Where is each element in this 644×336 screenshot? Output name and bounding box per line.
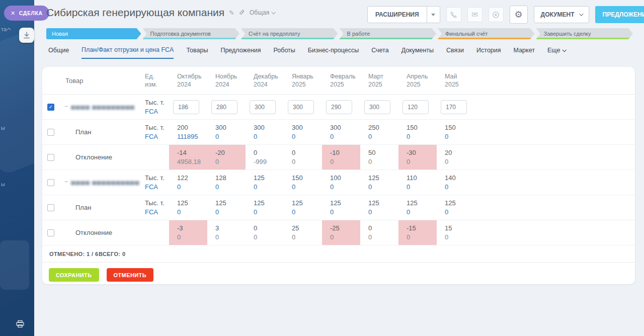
value-cell-month-7: -150	[398, 220, 437, 245]
value-bottom[interactable]: 0	[215, 132, 246, 141]
tab-label: Бизнес-процессы	[308, 47, 359, 54]
value-cell-month-3: 1250	[246, 170, 284, 195]
tab-4[interactable]: Предложения	[220, 46, 261, 59]
row-checkbox[interactable]	[47, 204, 54, 211]
tab-8[interactable]: Документы	[401, 46, 434, 59]
product-row: −▅▅▅▅ ▅▅▅▅▅▅▅▅▅▅Тыс. т.FCA12201280125015…	[42, 170, 635, 195]
collapse-row-icon[interactable]: −	[64, 178, 68, 185]
pipeline-stage-2[interactable]: Подготовка документов	[143, 28, 240, 39]
collapse-panel-icon	[23, 32, 30, 39]
tab-2[interactable]: План/Факт отгрузки и цена FCA	[82, 46, 174, 59]
value-bottom[interactable]: 0	[407, 208, 437, 217]
column-header-product: Товар	[65, 77, 83, 85]
value-cell-month-6: 2500	[360, 120, 398, 144]
fact-input-month-1[interactable]	[173, 100, 199, 114]
product-name-blurred[interactable]: ▅▅▅▅ ▅▅▅▅▅▅▅▅▅▅	[71, 179, 140, 185]
value-bottom: 0	[445, 233, 475, 242]
document-button[interactable]: ДОКУМЕНТ	[534, 6, 589, 23]
value-bottom[interactable]: 0	[330, 132, 360, 141]
tab-6[interactable]: Бизнес-процессы	[308, 46, 359, 59]
value-bottom[interactable]: 0	[177, 208, 207, 217]
value-bottom[interactable]: 0	[445, 208, 475, 217]
value-bottom[interactable]: 0	[407, 183, 437, 192]
value-cell-month-4: 00	[284, 145, 322, 170]
deviation-row: Отклонение-144958.18-2000-99900-100500-3…	[42, 145, 635, 170]
tab-7[interactable]: Счета	[371, 46, 388, 59]
incoterm-link[interactable]: FCA	[145, 208, 165, 217]
fact-input-month-5[interactable]	[326, 100, 352, 114]
extensions-dropdown-button[interactable]	[427, 7, 440, 23]
value-bottom[interactable]: 0	[215, 208, 246, 217]
collapse-row-icon[interactable]: −	[64, 103, 68, 110]
incoterm-link[interactable]: FCA	[145, 132, 165, 141]
settings-button[interactable]: ⚙	[510, 6, 528, 24]
messenger-button[interactable]	[489, 7, 504, 22]
email-button[interactable]: ✉	[467, 7, 482, 22]
value-bottom[interactable]: 0	[254, 208, 284, 217]
header-actions: РАСШИРЕНИЯ ✉ ⚙ ДОКУМЕНТ ПРЕДЛОЖЕНИЕ	[367, 6, 644, 24]
marked-counter: ОТМЕЧЕНО: 1 / 6	[49, 251, 98, 257]
value-top: 125	[407, 199, 437, 208]
tab-9[interactable]: Связи	[446, 46, 464, 59]
tab-5[interactable]: Роботы	[274, 46, 295, 59]
row-checkbox[interactable]: ✓	[47, 104, 54, 111]
pipeline-stage-1[interactable]: Новая	[46, 28, 141, 39]
incoterm-link[interactable]: FCA	[145, 107, 165, 116]
category-selector[interactable]: Общая	[250, 9, 275, 16]
fact-input-month-4[interactable]	[288, 100, 314, 114]
phone-button[interactable]	[446, 7, 461, 22]
tab-1[interactable]: Общие	[48, 46, 69, 59]
value-bottom[interactable]: 0	[368, 208, 398, 217]
row-checkbox[interactable]	[47, 129, 54, 136]
fact-input-month-6[interactable]	[364, 100, 390, 114]
fact-input-month-2[interactable]	[211, 100, 237, 114]
value-bottom[interactable]: 0	[177, 183, 207, 192]
value-top: 150	[292, 174, 322, 183]
save-button[interactable]: СОХРАНИТЬ	[49, 268, 99, 282]
fact-input-month-7[interactable]	[403, 100, 429, 114]
value-bottom[interactable]: 0	[407, 132, 437, 141]
pipeline-stage-5[interactable]: Финальный счёт	[438, 28, 535, 39]
month-name: Март	[368, 72, 383, 80]
proposal-button[interactable]: ПРЕДЛОЖЕНИЕ	[595, 6, 644, 23]
value-bottom[interactable]: 0	[292, 132, 322, 141]
pipeline-stage-6[interactable]: Завершить сделку	[536, 28, 633, 39]
row-checkbox[interactable]	[47, 154, 54, 161]
value-bottom[interactable]: 0	[368, 183, 398, 192]
stage-label: Новая	[52, 31, 68, 37]
value-bottom[interactable]: 0	[330, 183, 360, 192]
value-bottom[interactable]: 0	[330, 208, 360, 217]
paperclip-icon[interactable]	[239, 10, 245, 16]
value-top: -30	[407, 148, 437, 157]
month-name: Ноябрь	[215, 72, 237, 80]
sidebar-partial-text-top: та	[1, 26, 11, 32]
collapse-panel-button[interactable]	[19, 28, 34, 43]
tab-11[interactable]: Маркет	[514, 46, 535, 59]
row-checkbox[interactable]	[47, 229, 54, 236]
pipeline-stage-4[interactable]: В работе	[340, 28, 437, 39]
value-bottom[interactable]: 111895	[177, 132, 207, 141]
value-bottom[interactable]: 0	[445, 183, 475, 192]
total-counter: ВСЕГО: 0	[99, 251, 126, 257]
value-bottom[interactable]: 0	[292, 208, 322, 217]
extensions-button[interactable]: РАСШИРЕНИЯ	[367, 6, 440, 23]
row-checkbox[interactable]	[47, 179, 54, 186]
fact-input-month-3[interactable]	[250, 100, 276, 114]
tab-10[interactable]: История	[476, 46, 501, 59]
product-name-blurred[interactable]: ▅▅▅▅ ▅▅▅▅▅▅▅▅▅	[71, 103, 135, 110]
value-bottom[interactable]: 0	[445, 132, 475, 141]
edit-title-icon[interactable]: ✎	[229, 9, 234, 17]
cancel-button[interactable]: ОТМЕНИТЬ	[107, 268, 153, 282]
incoterm-link[interactable]: FCA	[145, 183, 165, 192]
value-bottom[interactable]: 0	[215, 183, 246, 192]
fact-input-month-8[interactable]	[441, 100, 467, 114]
tab-12[interactable]: Еще	[547, 46, 566, 59]
value-bottom[interactable]: 0	[368, 132, 398, 141]
printer-icon[interactable]	[16, 320, 25, 328]
value-top: -10	[330, 148, 360, 157]
value-bottom[interactable]: 0	[292, 183, 322, 192]
value-bottom[interactable]: 0	[254, 132, 284, 141]
value-bottom[interactable]: 0	[254, 183, 284, 192]
tab-3[interactable]: Товары	[186, 46, 208, 59]
pipeline-stage-3[interactable]: Счёт на предоплату	[241, 28, 338, 39]
